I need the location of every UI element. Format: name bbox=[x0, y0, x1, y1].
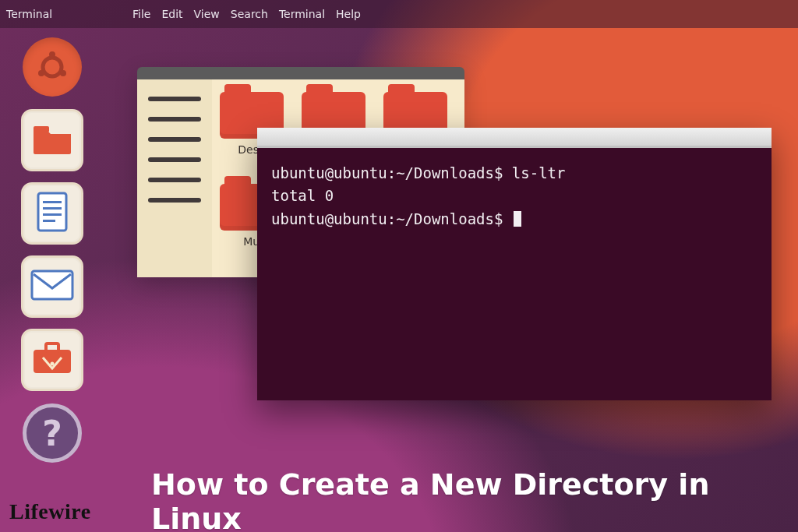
svg-rect-4 bbox=[34, 126, 49, 132]
svg-point-2 bbox=[38, 70, 44, 76]
sidebar-item[interactable] bbox=[148, 198, 201, 203]
page-title: How to Create a New Directory in Linux bbox=[151, 467, 798, 532]
menu-edit[interactable]: Edit bbox=[161, 8, 182, 20]
menu-view[interactable]: View bbox=[194, 8, 220, 20]
sidebar-item[interactable] bbox=[148, 117, 201, 122]
menu-file[interactable]: File bbox=[132, 8, 150, 20]
svg-rect-9 bbox=[43, 220, 55, 222]
sidebar-item[interactable] bbox=[148, 137, 201, 142]
launcher-dock: ? bbox=[12, 36, 92, 464]
mail-icon bbox=[30, 270, 74, 304]
top-bar: Terminal bbox=[0, 0, 798, 28]
app-indicator: Terminal bbox=[6, 8, 52, 20]
svg-point-1 bbox=[49, 51, 55, 58]
launcher-help[interactable]: ? bbox=[21, 402, 83, 464]
svg-point-3 bbox=[60, 70, 66, 76]
terminal-window[interactable]: ubuntu@ubuntu:~/Downloads$ ls-ltr total … bbox=[257, 128, 772, 400]
svg-rect-10 bbox=[32, 271, 72, 299]
svg-rect-7 bbox=[43, 207, 62, 210]
sidebar-item[interactable] bbox=[148, 157, 201, 162]
sidebar-item[interactable] bbox=[148, 178, 201, 182]
ubuntu-logo-icon bbox=[23, 37, 82, 97]
menu-search[interactable]: Search bbox=[231, 8, 268, 20]
terminal-body[interactable]: ubuntu@ubuntu:~/Downloads$ ls-ltr total … bbox=[257, 148, 772, 231]
terminal-titlebar[interactable] bbox=[257, 128, 772, 148]
launcher-software[interactable] bbox=[21, 329, 83, 391]
launcher-mail[interactable] bbox=[21, 255, 83, 318]
terminal-line: ubuntu@ubuntu:~/Downloads$ ls-ltr bbox=[271, 164, 566, 181]
terminal-line: total 0 bbox=[271, 187, 334, 204]
svg-rect-5 bbox=[38, 193, 66, 231]
launcher-dash[interactable] bbox=[21, 36, 83, 98]
svg-rect-6 bbox=[43, 201, 62, 203]
menu-help[interactable]: Help bbox=[336, 8, 361, 20]
launcher-document[interactable] bbox=[21, 182, 83, 245]
briefcase-icon bbox=[30, 340, 74, 379]
desktop-background: Terminal File Edit View Search Terminal … bbox=[0, 0, 798, 532]
brand-logo: Lifewire bbox=[9, 499, 91, 524]
terminal-line: ubuntu@ubuntu:~/Downloads$ bbox=[271, 210, 512, 227]
svg-rect-12 bbox=[46, 344, 58, 351]
help-icon: ? bbox=[23, 403, 82, 463]
folder-icon bbox=[32, 122, 72, 159]
svg-rect-8 bbox=[43, 213, 62, 216]
help-label: ? bbox=[42, 414, 62, 453]
menu-terminal[interactable]: Terminal bbox=[279, 8, 325, 20]
document-icon bbox=[35, 192, 69, 235]
file-manager-sidebar bbox=[137, 79, 212, 277]
svg-point-13 bbox=[51, 362, 55, 366]
terminal-cursor-icon bbox=[514, 211, 521, 227]
menu-bar: File Edit View Search Terminal Help bbox=[132, 0, 361, 28]
launcher-files[interactable] bbox=[21, 109, 83, 171]
svg-point-0 bbox=[43, 58, 62, 76]
sidebar-item[interactable] bbox=[148, 97, 201, 101]
